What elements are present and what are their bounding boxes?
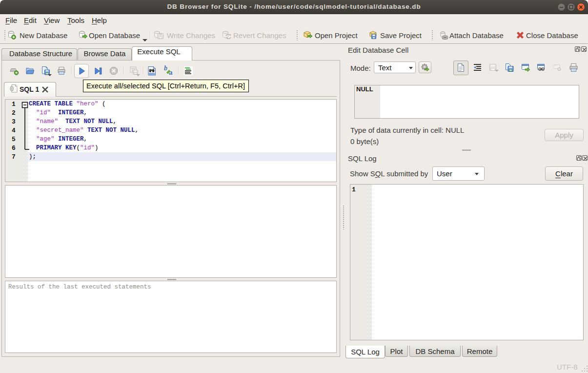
svg-text:b: b: [164, 65, 167, 72]
